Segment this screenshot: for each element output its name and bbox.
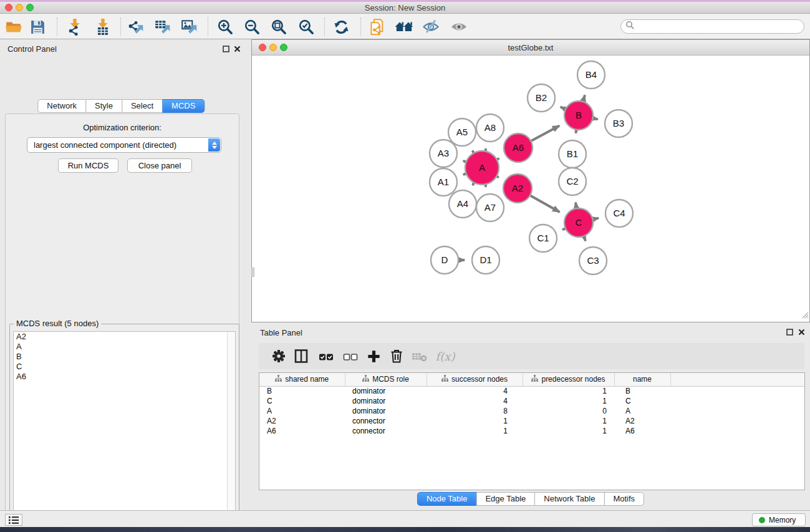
table-row[interactable]: Cdominator41C xyxy=(259,396,804,406)
export-image-icon[interactable] xyxy=(179,16,200,37)
delete-column-icon[interactable] xyxy=(388,348,405,364)
table-cell[interactable]: A2 xyxy=(259,416,345,426)
mcds-list-scrollbar[interactable] xyxy=(227,332,235,532)
graph-edge-B-B1[interactable] xyxy=(576,130,576,133)
graph-edge-A-A3[interactable] xyxy=(463,161,466,162)
import-network-icon[interactable] xyxy=(64,16,85,37)
memory-button[interactable]: Memory xyxy=(752,513,806,526)
table-cell[interactable]: connector xyxy=(345,416,427,426)
float-table-panel-icon[interactable] xyxy=(786,328,794,336)
graph-node-A7[interactable]: A7 xyxy=(476,194,504,221)
table-row[interactable]: Bdominator41B xyxy=(259,386,804,396)
column-header-shared-name[interactable]: shared name xyxy=(259,373,345,386)
splitter-handle[interactable] xyxy=(251,268,254,277)
resize-grip-icon[interactable] xyxy=(801,310,809,321)
graph-edge-A-A4[interactable] xyxy=(473,183,474,185)
tab-mcds[interactable]: MCDS xyxy=(162,99,205,113)
graph-edge-B-B3[interactable] xyxy=(594,118,598,119)
table-row[interactable]: A6connector11A6 xyxy=(259,426,804,436)
table-cell[interactable]: A6 xyxy=(259,426,345,436)
table-cell[interactable]: 1 xyxy=(523,396,614,406)
search-input[interactable] xyxy=(635,21,804,32)
zoom-in-icon[interactable] xyxy=(215,16,236,37)
select-stepper-icon[interactable] xyxy=(208,138,220,152)
table-cell[interactable]: 8 xyxy=(427,406,523,416)
graph-node-C3[interactable]: C3 xyxy=(579,247,607,274)
search-field[interactable] xyxy=(620,19,804,34)
close-panel-icon[interactable] xyxy=(233,45,241,53)
graph-node-A1[interactable]: A1 xyxy=(430,168,457,196)
graph-edge-C-C3[interactable] xyxy=(584,237,586,241)
table-cell[interactable]: A6 xyxy=(614,426,670,436)
graph-node-A3[interactable]: A3 xyxy=(430,140,457,167)
table-cell[interactable]: A xyxy=(614,406,670,416)
graph-edge-C-C4[interactable] xyxy=(593,218,599,220)
graph-node-A[interactable]: A xyxy=(465,151,499,185)
graph-edge-A-A7[interactable] xyxy=(486,185,486,186)
add-column-icon[interactable] xyxy=(365,348,382,364)
graph-node-B2[interactable]: B2 xyxy=(528,84,555,112)
table-row[interactable]: A2connector11A2 xyxy=(259,416,804,426)
tab-style[interactable]: Style xyxy=(85,99,122,113)
open-session-icon[interactable] xyxy=(3,16,24,37)
table-cell[interactable]: 4 xyxy=(427,386,523,396)
table-cell[interactable]: dominator xyxy=(345,396,427,406)
graph-edge-B-B4[interactable] xyxy=(583,95,585,102)
graph-node-A6[interactable]: A6 xyxy=(504,133,533,162)
table-cell[interactable]: 1 xyxy=(523,426,614,436)
tab-node-table[interactable]: Node Table xyxy=(417,492,477,506)
column-header-predecessor-nodes[interactable]: predecessor nodes xyxy=(523,373,614,386)
graph-node-C1[interactable]: C1 xyxy=(529,225,557,252)
run-mcds-button[interactable]: Run MCDS xyxy=(58,158,118,173)
graph-node-C4[interactable]: C4 xyxy=(605,200,633,227)
save-session-icon[interactable] xyxy=(27,16,48,37)
mcds-result-list[interactable]: A2ABCA6 xyxy=(13,331,236,532)
close-panel-button[interactable]: Close panel xyxy=(127,158,192,173)
graph-node-A8[interactable]: A8 xyxy=(476,114,504,142)
graph-node-A4[interactable]: A4 xyxy=(449,190,476,218)
graph-edge-B-B2[interactable] xyxy=(561,107,566,109)
table-cell[interactable]: C xyxy=(259,396,345,406)
graph-node-A2[interactable]: A2 xyxy=(503,174,532,203)
graph-node-B[interactable]: B xyxy=(564,101,593,130)
table-cell[interactable]: dominator xyxy=(345,386,427,396)
table-row[interactable]: Adominator80A xyxy=(259,406,804,416)
table-cell[interactable]: A xyxy=(259,406,345,416)
tab-network[interactable]: Network xyxy=(37,99,86,113)
graph-node-D[interactable]: D xyxy=(431,246,458,274)
gear-icon[interactable] xyxy=(271,348,287,364)
table-cell[interactable]: 1 xyxy=(523,416,614,426)
export-network-icon[interactable] xyxy=(125,16,147,37)
network-canvas[interactable]: AA1A2A3A4A5A6A7A8BB1B2B3B4CC1C2C3C4DD1 xyxy=(252,56,809,322)
graph-edge-A-A1[interactable] xyxy=(463,174,466,175)
select-all-icon[interactable] xyxy=(318,348,334,364)
show-graphics-icon[interactable] xyxy=(448,16,470,37)
cybrowser-icon[interactable] xyxy=(393,16,415,37)
export-table-icon[interactable] xyxy=(152,16,173,37)
table-cell[interactable]: connector xyxy=(345,426,427,436)
table-cell[interactable]: C xyxy=(614,396,670,406)
graph-node-B3[interactable]: B3 xyxy=(605,110,632,137)
tab-network-table[interactable]: Network Table xyxy=(534,492,604,506)
table-cell[interactable]: 1 xyxy=(523,386,614,396)
hide-graphics-icon[interactable] xyxy=(420,16,441,37)
graph-edge-C-C2[interactable] xyxy=(576,203,576,208)
columns-icon[interactable] xyxy=(293,348,309,364)
graph-node-B1[interactable]: B1 xyxy=(559,140,586,168)
table-cell[interactable]: B xyxy=(259,386,345,396)
zoom-fit-icon[interactable] xyxy=(268,16,289,37)
column-header-successor-nodes[interactable]: successor nodes xyxy=(427,373,523,386)
graph-edge-A-A2[interactable] xyxy=(497,177,499,178)
deselect-all-icon[interactable] xyxy=(342,348,359,364)
refresh-icon[interactable] xyxy=(330,16,352,37)
graph-edge-A-A5[interactable] xyxy=(473,151,474,153)
graph-edge-A-A8[interactable] xyxy=(486,148,486,150)
graph-node-C2[interactable]: C2 xyxy=(559,168,586,195)
close-table-panel-icon[interactable] xyxy=(798,328,806,336)
import-table-icon[interactable] xyxy=(92,16,113,37)
column-header-name[interactable]: name xyxy=(614,373,670,386)
graph-node-D1[interactable]: D1 xyxy=(472,246,499,274)
zoom-selected-icon[interactable] xyxy=(296,16,317,37)
tab-edge-table[interactable]: Edge Table xyxy=(476,492,535,506)
table-cell[interactable]: 0 xyxy=(523,406,614,416)
